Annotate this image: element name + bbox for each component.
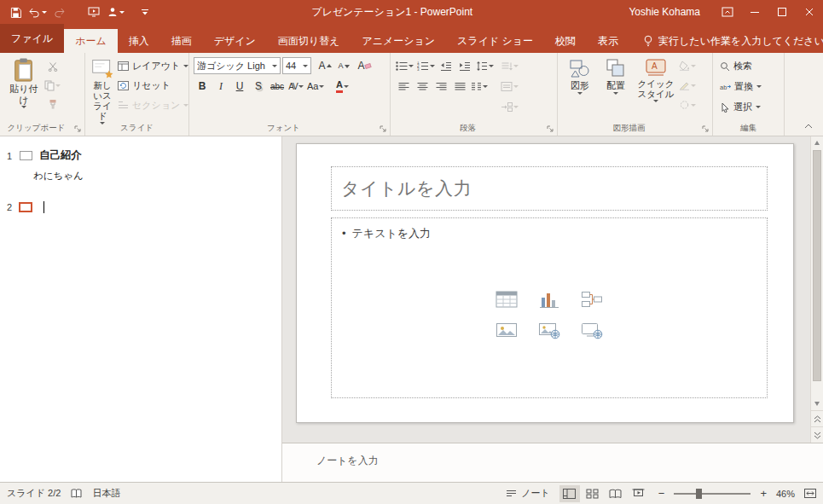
insert-table-button[interactable] <box>493 288 520 310</box>
reset-button[interactable]: リセット <box>115 77 191 95</box>
language-button[interactable]: 日本語 <box>92 487 120 500</box>
tab-draw[interactable]: 描画 <box>160 29 203 53</box>
replace-button[interactable]: ab置換 <box>717 78 780 96</box>
quick-styles-button[interactable]: A クイック スタイル <box>634 55 678 121</box>
notes-toggle-button[interactable]: ノート <box>506 487 550 500</box>
font-size-input[interactable] <box>286 61 301 71</box>
shape-effects-button[interactable] <box>678 96 697 113</box>
font-size-combo[interactable] <box>282 57 311 74</box>
collapse-ribbon-button[interactable] <box>801 120 816 132</box>
find-button[interactable]: 検索 <box>717 57 780 75</box>
drawing-dialog-launcher[interactable] <box>701 125 710 134</box>
slide-1-thumbnail-icon[interactable] <box>20 151 32 160</box>
shrink-font-button[interactable]: A <box>335 57 352 74</box>
shape-outline-button[interactable] <box>678 77 697 94</box>
columns-button[interactable] <box>470 78 489 95</box>
tab-animations[interactable]: アニメーション <box>351 29 446 53</box>
align-left-button[interactable] <box>395 78 412 95</box>
slideshow-view-button[interactable] <box>629 485 649 502</box>
align-right-button[interactable] <box>432 78 449 95</box>
fit-slide-button[interactable] <box>804 489 816 498</box>
normal-view-button[interactable] <box>559 485 580 502</box>
cut-button[interactable] <box>43 58 61 75</box>
undo-button[interactable] <box>27 2 48 22</box>
arrange-button[interactable]: 配置 <box>598 55 634 121</box>
zoom-slider[interactable] <box>674 493 751 495</box>
slide-1-body-text[interactable]: わにちゃん <box>0 170 281 182</box>
maximize-button[interactable] <box>768 0 796 24</box>
section-button[interactable]: セクション <box>115 96 191 114</box>
minimize-button[interactable] <box>741 0 768 24</box>
reading-view-button[interactable] <box>606 485 626 502</box>
format-painter-button[interactable] <box>43 96 61 113</box>
shape-fill-button[interactable] <box>678 57 697 74</box>
next-slide-button[interactable] <box>811 426 823 443</box>
text-shadow-button[interactable]: S <box>250 78 267 95</box>
body-placeholder[interactable]: • テキストを入力 <box>331 217 768 398</box>
shapes-button[interactable]: 図形 <box>562 55 598 121</box>
tab-view[interactable]: 表示 <box>587 29 629 53</box>
tellme-box[interactable]: 実行したい作業を入力してください <box>643 29 823 53</box>
customize-qat-button[interactable] <box>135 2 155 22</box>
tab-home[interactable]: ホーム <box>64 29 118 53</box>
slide-1-title[interactable]: 自己紹介 <box>39 148 82 163</box>
strikethrough-button[interactable]: abc <box>269 78 286 95</box>
insert-smartart-button[interactable] <box>578 288 606 310</box>
notes-pane[interactable]: ノートを入力 <box>282 443 823 482</box>
insert-video-button[interactable] <box>578 319 606 341</box>
bullets-button[interactable] <box>395 57 414 74</box>
underline-button[interactable]: U <box>231 78 248 95</box>
change-case-button[interactable]: Aa <box>306 78 325 95</box>
copy-button[interactable] <box>43 77 61 94</box>
select-button[interactable]: 選択 <box>717 98 780 116</box>
zoom-in-button[interactable]: + <box>760 487 767 500</box>
insert-picture-button[interactable] <box>493 319 520 341</box>
slide-sorter-view-button[interactable] <box>582 485 603 502</box>
layout-button[interactable]: レイアウト <box>115 57 191 75</box>
tab-slideshow[interactable]: スライド ショー <box>446 29 544 53</box>
justify-button[interactable] <box>451 78 468 95</box>
online-pictures-button[interactable] <box>536 319 563 341</box>
close-button[interactable] <box>796 0 823 24</box>
slide-2-thumbnail-icon[interactable] <box>19 202 32 212</box>
start-slideshow-button[interactable] <box>84 2 104 22</box>
previous-slide-button[interactable] <box>811 410 823 426</box>
grow-font-button[interactable]: A <box>316 57 333 74</box>
slide-canvas[interactable]: タイトルを入力 • テキストを入力 <box>296 143 794 423</box>
scrollbar-thumb[interactable] <box>813 150 821 381</box>
scroll-down-button[interactable] <box>811 397 823 410</box>
share-quick-button[interactable] <box>106 2 126 22</box>
increase-indent-button[interactable] <box>456 57 473 74</box>
proofing-status-button[interactable] <box>71 489 82 498</box>
decrease-indent-button[interactable] <box>438 57 455 74</box>
tab-transitions[interactable]: 画面切り替え <box>267 29 351 53</box>
scrollbar-track[interactable] <box>811 149 823 397</box>
ribbon-display-options-button[interactable] <box>714 0 741 24</box>
zoom-out-button[interactable]: − <box>658 487 665 500</box>
outline-slide-2-row[interactable]: 2 <box>0 201 281 213</box>
text-direction-button[interactable] <box>500 57 519 74</box>
outline-slide-1-row[interactable]: 1 自己紹介 <box>0 148 281 163</box>
scroll-up-button[interactable] <box>811 136 823 149</box>
numbering-button[interactable]: 123 <box>416 57 436 74</box>
tab-design[interactable]: デザイン <box>203 29 267 53</box>
character-spacing-button[interactable]: AV <box>287 78 304 95</box>
new-slide-button[interactable]: 新しいスライド <box>90 55 115 121</box>
zoom-slider-thumb[interactable] <box>696 489 702 499</box>
align-center-button[interactable] <box>414 78 431 95</box>
clear-formatting-button[interactable]: A <box>356 57 373 74</box>
font-dialog-launcher[interactable] <box>379 125 388 134</box>
tab-insert[interactable]: 挿入 <box>118 29 160 53</box>
tab-file[interactable]: ファイル <box>0 24 64 53</box>
line-spacing-button[interactable] <box>475 57 495 74</box>
font-name-input[interactable] <box>197 61 270 71</box>
redo-button[interactable] <box>49 2 70 22</box>
bold-button[interactable]: B <box>194 78 211 95</box>
clipboard-dialog-launcher[interactable] <box>73 125 83 134</box>
italic-button[interactable]: I <box>212 78 229 95</box>
tab-review[interactable]: 校閲 <box>544 29 587 53</box>
convert-smartart-button[interactable] <box>500 98 519 115</box>
font-color-button[interactable]: A <box>333 78 351 95</box>
font-name-combo[interactable] <box>194 57 281 74</box>
paste-button[interactable]: 貼り付け <box>4 55 43 121</box>
